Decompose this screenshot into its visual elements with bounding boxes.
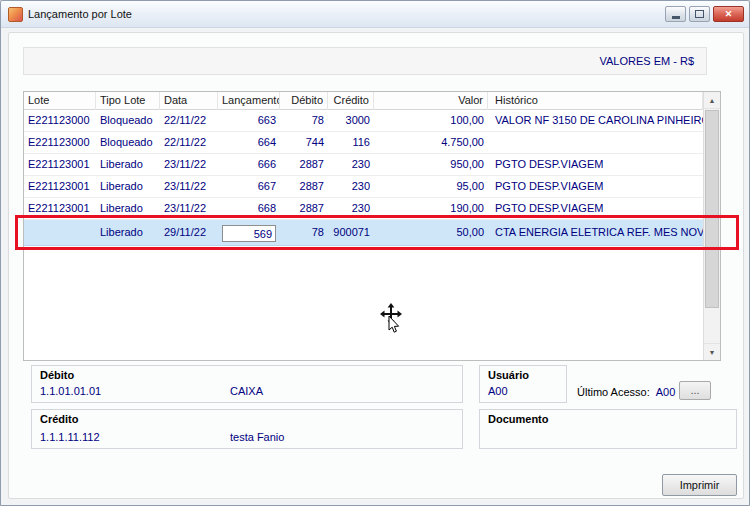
cell-data: 23/11/22 (160, 154, 218, 175)
cell-tipo-lote: Liberado (96, 154, 160, 175)
vertical-scrollbar[interactable]: ▲ ▼ (703, 92, 720, 360)
cell-valor: 950,00 (374, 154, 488, 175)
cell-lancamento: 664 (218, 132, 280, 153)
usuario-value: A00 (488, 385, 508, 397)
cell-lote: E221123000 (24, 110, 96, 131)
cell-valor: 95,00 (374, 176, 488, 197)
lancamento-value: 664 (258, 136, 276, 148)
cell-credito: 230 (328, 154, 374, 175)
cell-credito: 230 (328, 176, 374, 197)
cell-lote: E221123001 (24, 154, 96, 175)
scroll-up-button[interactable]: ▲ (704, 92, 720, 109)
cell-tipo-lote: Bloqueado (96, 132, 160, 153)
table-row[interactable]: E221123001 Liberado 23/11/22 668 2887 23… (24, 198, 703, 220)
scrollbar-thumb[interactable] (705, 110, 719, 308)
cell-credito: 3000 (328, 110, 374, 131)
cell-tipo-lote: Liberado (96, 176, 160, 197)
cell-data: 22/11/22 (160, 132, 218, 153)
cell-valor: 190,00 (374, 198, 488, 219)
grid-header: Lote Tipo Lote Data Lançamento Débito Cr… (24, 92, 703, 110)
cell-historico (488, 132, 703, 153)
documento-label: Documento (488, 413, 549, 425)
cell-credito: 116 (328, 132, 374, 153)
cell-lote (24, 220, 96, 245)
lancamento-value: 668 (258, 202, 276, 214)
cell-tipo-lote: Liberado (96, 220, 160, 245)
grid-rows: E221123000 Bloqueado 22/11/22 663 78 300… (24, 110, 703, 360)
debito-label: Débito (40, 369, 74, 381)
minimize-icon (672, 16, 680, 19)
app-icon (8, 7, 23, 22)
column-header-tipo-lote[interactable]: Tipo Lote (96, 92, 160, 110)
column-header-data[interactable]: Data (160, 92, 218, 110)
credito-label: Crédito (40, 413, 79, 425)
maximize-icon (695, 10, 704, 18)
usuario-groupbox: Usuário A00 (479, 365, 567, 403)
column-header-lancamento[interactable]: Lançamento (218, 92, 280, 110)
column-header-historico[interactable]: Histórico (488, 92, 703, 110)
debito-account: 1.1.01.01.01 (40, 385, 101, 397)
cell-credito: 900071 (328, 220, 374, 245)
cell-data: 29/11/22 (160, 220, 218, 245)
cell-debito: 78 (280, 110, 328, 131)
ultimo-acesso: Último Acesso:A00 (577, 386, 675, 398)
cell-lote: E221123001 (24, 176, 96, 197)
column-header-valor[interactable]: Valor (374, 92, 488, 110)
cell-lancamento: 666 (218, 154, 280, 175)
imprimir-button[interactable]: Imprimir (662, 474, 737, 496)
cell-debito: 744 (280, 132, 328, 153)
close-button[interactable]: ✕ (713, 6, 744, 22)
lancamento-value: 663 (258, 114, 276, 126)
ultimo-acesso-value: A00 (656, 386, 676, 398)
credito-groupbox: Crédito 1.1.1.11.112 testa Fanio (31, 409, 463, 449)
cell-historico: VALOR NF 3150 DE CAROLINA PINHEIRO (488, 110, 703, 131)
cell-debito: 2887 (280, 176, 328, 197)
table-row[interactable]: E221123001 Liberado 23/11/22 667 2887 23… (24, 176, 703, 198)
cell-data: 23/11/22 (160, 176, 218, 197)
ultimo-acesso-label: Último Acesso: (577, 386, 650, 398)
table-row[interactable]: E221123000 Bloqueado 22/11/22 663 78 300… (24, 110, 703, 132)
close-icon: ✕ (725, 9, 733, 19)
cell-valor: 4.750,00 (374, 132, 488, 153)
minimize-button[interactable] (665, 6, 686, 22)
cell-valor: 50,00 (374, 220, 488, 245)
cell-historico: PGTO DESP.VIAGEM (488, 176, 703, 197)
column-header-debito[interactable]: Débito (280, 92, 328, 110)
values-strip: VALORES EM - R$ (23, 47, 707, 75)
credito-description: testa Fanio (230, 431, 284, 443)
cell-historico: PGTO DESP.VIAGEM (488, 154, 703, 175)
app-window: Lançamento por Lote ✕ VALORES EM - R$ Lo… (0, 0, 750, 506)
cell-lote: E221123001 (24, 198, 96, 219)
credito-account: 1.1.1.11.112 (40, 431, 100, 443)
cell-data: 23/11/22 (160, 198, 218, 219)
column-header-lote[interactable]: Lote (24, 92, 96, 110)
cell-historico: PGTO DESP.VIAGEM (488, 198, 703, 219)
lancamento-edit-field[interactable]: 569 (222, 225, 276, 242)
cell-credito: 230 (328, 198, 374, 219)
debito-groupbox: Débito 1.1.01.01.01 CAIXA (31, 365, 463, 403)
cell-debito: 78 (280, 220, 328, 245)
maximize-button[interactable] (689, 6, 710, 22)
cell-lancamento: 667 (218, 176, 280, 197)
cell-historico: CTA ENERGIA ELETRICA REF. MES NOVEMBRO (488, 220, 703, 245)
cell-tipo-lote: Liberado (96, 198, 160, 219)
cell-debito: 2887 (280, 198, 328, 219)
documento-groupbox: Documento (479, 409, 737, 449)
cell-lancamento: 569 (218, 220, 280, 245)
debito-description: CAIXA (230, 385, 263, 397)
scroll-down-button[interactable]: ▼ (704, 343, 720, 360)
cell-lote: E221123000 (24, 132, 96, 153)
usuario-label: Usuário (488, 369, 529, 381)
lancamento-value: 667 (258, 180, 276, 192)
table-row[interactable]: Liberado 29/11/22 569 78 900071 50,00 CT… (24, 220, 703, 246)
table-row[interactable]: E221123000 Bloqueado 22/11/22 664 744 11… (24, 132, 703, 154)
cell-valor: 100,00 (374, 110, 488, 131)
cell-lancamento: 668 (218, 198, 280, 219)
more-button[interactable]: ... (679, 381, 711, 400)
lancamento-value: 666 (258, 158, 276, 170)
table-row[interactable]: E221123001 Liberado 23/11/22 666 2887 23… (24, 154, 703, 176)
title-bar[interactable]: Lançamento por Lote ✕ (1, 1, 749, 28)
cell-tipo-lote: Bloqueado (96, 110, 160, 131)
column-header-credito[interactable]: Crédito (328, 92, 374, 110)
cell-data: 22/11/22 (160, 110, 218, 131)
